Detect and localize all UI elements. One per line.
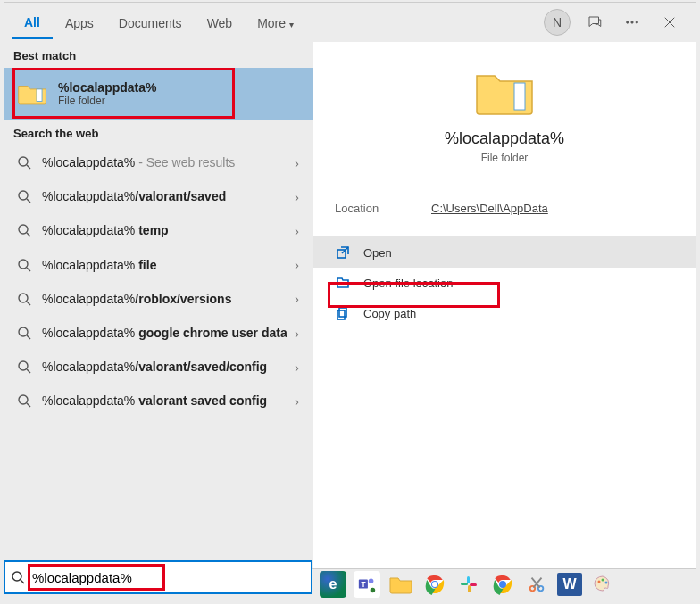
svg-rect-27: [470, 583, 477, 586]
copy-icon: [335, 305, 351, 321]
svg-point-5: [19, 191, 28, 200]
location-row: Location C:\Users\Dell\AppData: [313, 180, 696, 237]
web-result[interactable]: %localappdata% - See web results ›: [4, 145, 313, 179]
folder-open-icon: [335, 275, 351, 291]
svg-point-4: [19, 157, 28, 166]
user-avatar[interactable]: N: [544, 9, 571, 36]
close-icon[interactable]: [656, 9, 683, 36]
chevron-right-icon[interactable]: ›: [291, 360, 303, 375]
web-result-text: %localappdata%/valorant/saved: [42, 188, 291, 204]
search-icon: [17, 292, 31, 306]
paint-icon[interactable]: [589, 571, 616, 598]
open-icon: [335, 244, 351, 261]
top-actions: N: [544, 9, 688, 36]
web-result[interactable]: %localappdata%/valorant/saved ›: [4, 179, 313, 213]
search-input[interactable]: [32, 570, 305, 585]
web-result-text: %localappdata% file: [42, 257, 291, 273]
preview-title: %localappdata%: [445, 129, 564, 148]
chevron-right-icon[interactable]: ›: [291, 155, 303, 170]
feedback-icon[interactable]: [581, 9, 608, 36]
search-icon: [17, 393, 31, 408]
chrome-icon[interactable]: [421, 571, 448, 598]
tab-web[interactable]: Web: [195, 7, 246, 37]
web-result[interactable]: %localappdata%/valorant/saved/config ›: [4, 350, 313, 384]
web-result[interactable]: %localappdata% valorant saved config ›: [4, 384, 313, 418]
svg-point-7: [19, 260, 28, 269]
web-result-text: %localappdata%/roblox/versions: [42, 291, 291, 307]
svg-point-8: [19, 294, 28, 302]
taskbar: e T W: [312, 571, 623, 598]
section-search-web: Search the web: [4, 120, 313, 145]
svg-rect-12: [514, 83, 525, 110]
snip-icon[interactable]: [523, 571, 550, 598]
web-result-text: %localappdata% - See web results: [42, 154, 291, 170]
location-value[interactable]: C:\Users\Dell\AppData: [431, 202, 548, 215]
tab-more[interactable]: More▾: [245, 7, 306, 37]
action-open-label: Open: [363, 246, 392, 260]
web-result[interactable]: %localappdata% google chrome user data ›: [4, 316, 313, 350]
location-label: Location: [335, 202, 431, 215]
web-result[interactable]: %localappdata%/roblox/versions ›: [4, 282, 313, 316]
preview-pane: %localappdata% File folder Location C:\U…: [313, 42, 696, 568]
best-match-title: %localappdata%: [58, 80, 156, 95]
best-match-subtitle: File folder: [58, 95, 156, 107]
action-copy-path[interactable]: Copy path: [313, 298, 696, 328]
web-result-text: %localappdata% temp: [42, 222, 291, 238]
action-open[interactable]: Open: [313, 237, 696, 268]
edge-icon[interactable]: e: [320, 571, 346, 598]
svg-point-6: [19, 225, 28, 234]
teams-icon[interactable]: T: [354, 571, 380, 598]
search-icon: [17, 258, 31, 272]
search-icon: [17, 155, 31, 170]
chevron-right-icon[interactable]: ›: [291, 291, 303, 306]
chevron-right-icon[interactable]: ›: [291, 189, 303, 204]
action-open-location-label: Open file location: [363, 277, 453, 290]
best-match-item[interactable]: %localappdata% File folder: [4, 68, 313, 120]
svg-rect-26: [468, 585, 471, 592]
action-copy-path-label: Copy path: [363, 307, 416, 320]
svg-point-11: [19, 395, 28, 404]
search-bar[interactable]: [4, 560, 312, 594]
svg-point-2: [636, 21, 638, 23]
search-icon: [17, 326, 31, 340]
action-open-location[interactable]: Open file location: [313, 268, 696, 298]
tab-all[interactable]: All: [12, 6, 53, 39]
svg-point-10: [19, 361, 28, 370]
word-icon[interactable]: W: [557, 573, 582, 596]
search-icon: [11, 570, 25, 584]
search-icon: [17, 189, 31, 203]
chevron-right-icon[interactable]: ›: [291, 393, 303, 409]
svg-point-29: [499, 581, 506, 588]
slack-icon[interactable]: [455, 571, 482, 598]
tab-apps[interactable]: Apps: [53, 7, 106, 37]
svg-rect-24: [467, 576, 470, 583]
svg-point-34: [605, 582, 608, 584]
svg-text:T: T: [362, 581, 366, 589]
svg-point-9: [19, 327, 28, 336]
svg-point-1: [631, 21, 633, 23]
tab-documents[interactable]: Documents: [106, 7, 195, 37]
results-column: Best match %localappdata% File folder Se…: [4, 42, 313, 568]
search-panel: All Apps Documents Web More▾ N Best matc…: [4, 2, 696, 569]
preview-subtitle: File folder: [481, 152, 529, 164]
svg-point-19: [369, 579, 374, 584]
svg-point-33: [602, 579, 604, 582]
svg-point-0: [627, 21, 629, 23]
folder-icon: [17, 81, 47, 106]
chevron-right-icon[interactable]: ›: [291, 257, 303, 272]
chevron-right-icon[interactable]: ›: [291, 326, 303, 341]
chevron-right-icon[interactable]: ›: [291, 223, 303, 238]
svg-rect-3: [37, 89, 42, 102]
svg-point-20: [371, 588, 376, 593]
search-icon: [17, 360, 31, 374]
chevron-down-icon: ▾: [289, 20, 294, 29]
more-icon[interactable]: [619, 9, 646, 36]
section-best-match: Best match: [4, 42, 313, 68]
web-result[interactable]: %localappdata% file ›: [4, 248, 313, 282]
folder-icon: [473, 67, 536, 117]
web-result-text: %localappdata% valorant saved config: [42, 393, 291, 409]
chrome-alt-icon[interactable]: [489, 571, 516, 598]
explorer-icon[interactable]: [388, 571, 414, 598]
tab-bar: All Apps Documents Web More▾ N: [4, 3, 696, 42]
web-result[interactable]: %localappdata% temp ›: [4, 213, 313, 247]
